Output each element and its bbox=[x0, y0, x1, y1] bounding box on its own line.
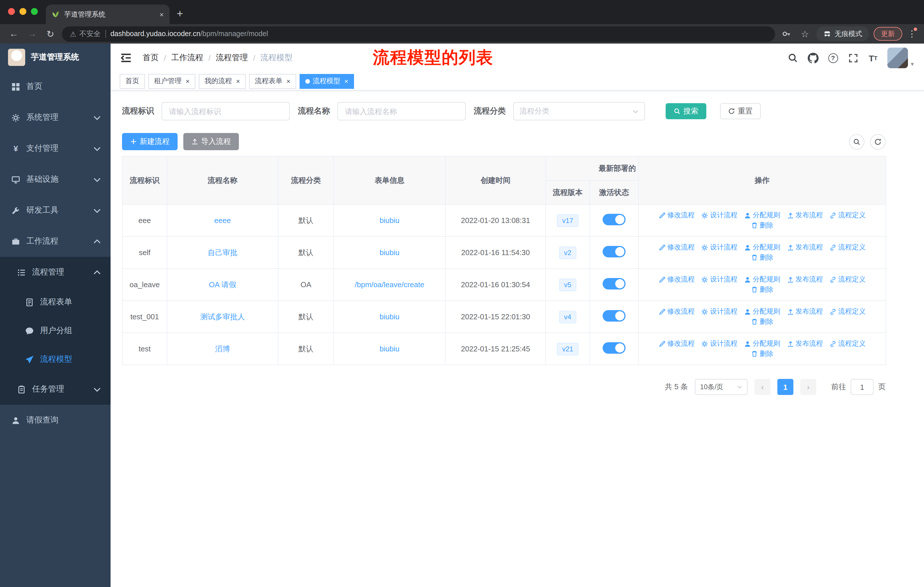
back-icon[interactable]: ← bbox=[7, 27, 21, 41]
tag-close-icon[interactable]: × bbox=[186, 77, 190, 85]
active-toggle[interactable] bbox=[602, 310, 625, 322]
forward-icon[interactable]: → bbox=[25, 27, 39, 41]
sidebar-item-home[interactable]: 首页 bbox=[0, 71, 111, 102]
tag-process-model[interactable]: 流程模型 × bbox=[300, 74, 354, 89]
browser-tab[interactable]: 芋道管理系统 × bbox=[46, 5, 170, 24]
action-assign-rule[interactable]: 分配规则 bbox=[744, 243, 780, 252]
action-delete[interactable]: 删除 bbox=[751, 284, 773, 294]
fullscreen-icon[interactable] bbox=[847, 52, 859, 64]
sidebar-fold-icon[interactable] bbox=[120, 51, 132, 64]
zoom-window-button[interactable] bbox=[31, 8, 38, 15]
new-tab-button[interactable]: + bbox=[172, 6, 188, 22]
action-assign-rule[interactable]: 分配规则 bbox=[744, 210, 780, 220]
action-design-process[interactable]: 设计流程 bbox=[701, 210, 738, 220]
form-info-link[interactable]: /bpm/oa/leave/create bbox=[355, 280, 424, 289]
security-indicator[interactable]: ⚠ 不安全 bbox=[70, 29, 101, 39]
process-name-input[interactable] bbox=[337, 102, 466, 121]
refresh-table-icon[interactable] bbox=[870, 134, 886, 149]
breadcrumb-home[interactable]: 首页 bbox=[143, 53, 159, 63]
password-key-icon[interactable] bbox=[780, 27, 794, 41]
reset-button[interactable]: 重置 bbox=[720, 103, 761, 119]
tag-close-icon[interactable]: × bbox=[344, 77, 348, 85]
action-design-process[interactable]: 设计流程 bbox=[701, 243, 738, 252]
process-name-link[interactable]: 测试多审批人 bbox=[200, 312, 245, 321]
form-info-link[interactable]: biubiu bbox=[380, 344, 399, 353]
action-process-definition[interactable]: 流程定义 bbox=[830, 243, 866, 252]
next-page-button[interactable]: › bbox=[800, 379, 816, 395]
process-name-link[interactable]: eeee bbox=[214, 216, 231, 225]
action-delete[interactable]: 删除 bbox=[751, 317, 773, 326]
col-form-info[interactable]: 表单信息 bbox=[334, 156, 446, 204]
active-toggle[interactable] bbox=[602, 342, 625, 354]
sidebar-item-process-model[interactable]: 流程模型 bbox=[0, 345, 111, 374]
action-process-definition[interactable]: 流程定义 bbox=[830, 210, 866, 220]
page-size-select[interactable]: 10条/页 bbox=[695, 379, 747, 395]
process-name-link[interactable]: 滔博 bbox=[215, 344, 230, 353]
github-icon[interactable] bbox=[807, 52, 818, 64]
process-name-link[interactable]: 自己审批 bbox=[208, 248, 238, 256]
bookmark-star-icon[interactable]: ☆ bbox=[798, 27, 812, 41]
create-process-button[interactable]: 新建流程 bbox=[122, 133, 178, 150]
action-publish-process[interactable]: 发布流程 bbox=[787, 307, 823, 316]
tag-process-form[interactable]: 流程表单 × bbox=[249, 74, 296, 89]
tag-tenant-mgmt[interactable]: 租户管理 × bbox=[148, 74, 195, 89]
form-info-link[interactable]: biubiu bbox=[380, 248, 399, 257]
active-toggle[interactable] bbox=[602, 278, 625, 289]
process-name-link[interactable]: OA 请假 bbox=[209, 280, 236, 289]
action-assign-rule[interactable]: 分配规则 bbox=[744, 339, 780, 349]
sidebar-item-process-mgmt[interactable]: 流程管理 bbox=[0, 257, 111, 288]
version-badge[interactable]: v2 bbox=[559, 246, 576, 259]
url-bar[interactable]: ⚠ 不安全 dashboard.yudao.iocoder.cn/bpm/man… bbox=[62, 26, 775, 41]
breadcrumb-workflow[interactable]: 工作流程 bbox=[171, 53, 203, 63]
action-assign-rule[interactable]: 分配规则 bbox=[744, 274, 780, 284]
action-edit-process[interactable]: 修改流程 bbox=[659, 339, 695, 349]
sidebar-item-devtools[interactable]: 研发工具 bbox=[0, 195, 111, 226]
action-publish-process[interactable]: 发布流程 bbox=[787, 339, 823, 349]
action-edit-process[interactable]: 修改流程 bbox=[659, 307, 695, 316]
action-process-definition[interactable]: 流程定义 bbox=[830, 339, 866, 349]
toggle-search-icon[interactable] bbox=[849, 134, 865, 149]
tab-close-icon[interactable]: × bbox=[160, 10, 164, 19]
action-delete[interactable]: 删除 bbox=[751, 349, 773, 359]
action-publish-process[interactable]: 发布流程 bbox=[787, 210, 823, 220]
action-delete[interactable]: 删除 bbox=[751, 253, 773, 262]
tag-home[interactable]: 首页 bbox=[120, 74, 145, 89]
action-edit-process[interactable]: 修改流程 bbox=[659, 243, 695, 252]
version-badge[interactable]: v17 bbox=[557, 214, 579, 227]
col-created-at[interactable]: 创建时间 bbox=[446, 156, 546, 204]
sidebar-item-workflow[interactable]: 工作流程 bbox=[0, 226, 111, 257]
action-design-process[interactable]: 设计流程 bbox=[701, 339, 738, 349]
help-icon[interactable]: ? bbox=[827, 52, 839, 64]
action-assign-rule[interactable]: 分配规则 bbox=[744, 307, 780, 316]
col-process-key[interactable]: 流程标识 bbox=[122, 156, 167, 204]
user-menu[interactable]: ▼ bbox=[887, 48, 915, 68]
action-publish-process[interactable]: 发布流程 bbox=[787, 274, 823, 284]
active-toggle[interactable] bbox=[602, 246, 625, 257]
action-delete[interactable]: 删除 bbox=[751, 220, 773, 230]
col-version[interactable]: 流程版本 bbox=[546, 180, 590, 204]
version-badge[interactable]: v21 bbox=[557, 342, 579, 355]
col-active-status[interactable]: 激活状态 bbox=[590, 180, 639, 204]
form-info-link[interactable]: biubiu bbox=[380, 313, 399, 321]
prev-page-button[interactable]: ‹ bbox=[754, 379, 771, 395]
tag-my-process[interactable]: 我的流程 × bbox=[199, 74, 246, 89]
version-badge[interactable]: v4 bbox=[559, 311, 576, 323]
category-select[interactable]: 流程分类 bbox=[513, 102, 645, 121]
version-badge[interactable]: v5 bbox=[559, 278, 576, 291]
tag-close-icon[interactable]: × bbox=[286, 77, 290, 85]
tag-close-icon[interactable]: × bbox=[236, 77, 240, 85]
action-edit-process[interactable]: 修改流程 bbox=[659, 210, 695, 220]
goto-page-input[interactable] bbox=[851, 379, 874, 395]
action-process-definition[interactable]: 流程定义 bbox=[830, 307, 866, 316]
sidebar-item-task-mgmt[interactable]: 任务管理 bbox=[0, 374, 111, 405]
active-toggle[interactable] bbox=[602, 214, 625, 225]
import-process-button[interactable]: 导入流程 bbox=[183, 133, 239, 150]
minimize-window-button[interactable] bbox=[20, 8, 26, 15]
browser-menu-icon[interactable]: ⋮ bbox=[907, 29, 917, 39]
sidebar-item-system[interactable]: 系统管理 bbox=[0, 102, 111, 133]
sidebar-item-infrastructure[interactable]: 基础设施 bbox=[0, 164, 111, 195]
sidebar-item-process-form[interactable]: 流程表单 bbox=[0, 288, 111, 316]
action-publish-process[interactable]: 发布流程 bbox=[787, 243, 823, 252]
form-info-link[interactable]: biubiu bbox=[380, 216, 399, 225]
sidebar-item-user-group[interactable]: 用户分组 bbox=[0, 316, 111, 345]
